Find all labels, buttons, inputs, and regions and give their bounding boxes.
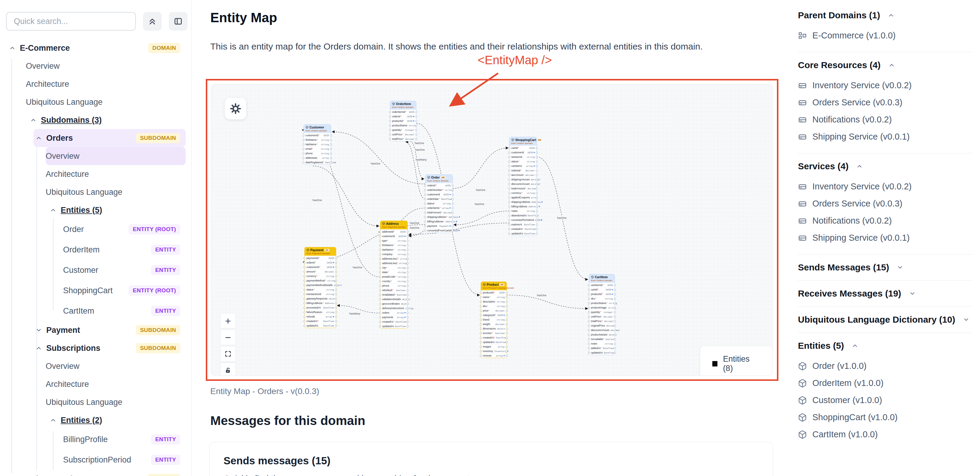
- chevron-up-icon[interactable]: [33, 345, 44, 351]
- toggle-sidebar-button[interactable]: [169, 12, 188, 31]
- entity-field-cartid[interactable]: cartId*UUID: [509, 146, 536, 150]
- entity-field-cartid[interactable]: cartId*UUID: [589, 287, 615, 292]
- entity-field-sku[interactable]: sku*string: [481, 304, 506, 308]
- entity-field-orders[interactable]: ordersarray: [380, 310, 407, 315]
- chevron-down-icon[interactable]: [963, 316, 969, 323]
- entity-field-payment[interactable]: paymentPayment: [425, 224, 452, 228]
- panel-item-shipping-service-v0-0-1-[interactable]: Shipping Service (v0.0.1): [798, 229, 972, 246]
- panel-item-notifications-v0-0-2-[interactable]: Notifications (v0.0.2): [798, 111, 972, 128]
- entity-field-isdefault[interactable]: isDefault*boolean: [380, 288, 407, 292]
- lock-toggle-button[interactable]: [220, 363, 236, 376]
- entity-field-cartitems[interactable]: cartItemsarray: [509, 163, 536, 168]
- entity-field-status[interactable]: status*string: [509, 159, 536, 163]
- chevron-down-icon[interactable]: [909, 290, 916, 297]
- entity-field-inventory[interactable]: inventoryInventory: [481, 349, 506, 353]
- entity-field-firstname[interactable]: firstName*string: [304, 138, 331, 142]
- entity-field-discountamount[interactable]: discountAmountdecimal: [509, 182, 536, 186]
- entity-field-description[interactable]: descriptionstring: [481, 299, 506, 304]
- entity-field-createdat[interactable]: createdAt*DateTime: [509, 227, 536, 231]
- entity-field-brand[interactable]: brandstring: [481, 317, 506, 322]
- sidebar-item-subscriptionperiod[interactable]: SubscriptionPeriodENTITY: [63, 450, 186, 470]
- entity-field-gatewayresponse[interactable]: gatewayResponseobject: [305, 296, 336, 301]
- entity-field-convertedfromcartid[interactable]: convertedFromCartIdUUID: [425, 228, 452, 233]
- entity-field-customerid[interactable]: customerIdUUID: [380, 234, 407, 238]
- panel-section-header-parent-domains-1-[interactable]: Parent Domains (1): [798, 10, 972, 21]
- sidebar-item-customer[interactable]: CustomerENTITY: [63, 260, 186, 280]
- entity-node-product[interactable]: ProductARfrom Product Catalog domainprod…: [481, 281, 507, 358]
- entity-field-status[interactable]: status*string: [425, 201, 452, 206]
- entity-field-billingaddress[interactable]: billingAddress*Address: [305, 301, 336, 305]
- entity-field-currency[interactable]: currency*string: [509, 190, 536, 195]
- entity-field-orderitems[interactable]: orderItems*array: [425, 206, 452, 210]
- sidebar-item-overview[interactable]: Overview: [26, 57, 186, 75]
- sidebar-item-product-catalog[interactable]: Product CatalogDOMAIN: [7, 470, 186, 476]
- sidebar-item-orders[interactable]: OrdersSUBDOMAIN: [33, 129, 186, 147]
- entity-field-shippingaddress[interactable]: shippingAddressAddress: [509, 200, 536, 204]
- map-settings-button[interactable]: [225, 98, 247, 119]
- panel-item-shipping-service-v0-0-1-[interactable]: Shipping Service (v0.0.1): [798, 128, 972, 145]
- search-input[interactable]: [6, 12, 136, 31]
- entity-field-unitprice[interactable]: unitPrice*decimal: [390, 132, 416, 136]
- entity-field-paymentmethod[interactable]: paymentMethod*string: [305, 278, 336, 283]
- entity-field-company[interactable]: companystring: [380, 252, 407, 256]
- panel-section-header-entities-5-[interactable]: Entities (5): [798, 341, 972, 351]
- entity-field-addressline1[interactable]: addressLine1*string: [380, 256, 407, 261]
- entity-map-canvas[interactable]: + − Entities (8) Customerfrom Orders dom…: [211, 84, 773, 376]
- chevron-down-icon[interactable]: [33, 327, 44, 333]
- collapse-all-button[interactable]: [143, 12, 162, 31]
- chevron-up-icon[interactable]: [48, 417, 58, 424]
- entity-field-isavailable[interactable]: isAvailable*boolean: [589, 337, 615, 341]
- entity-field-orderid[interactable]: orderId*UUID: [305, 260, 336, 265]
- entity-node-customer[interactable]: Customerfrom Orders domaincustomerId*UUI…: [304, 124, 331, 165]
- entity-field-dateregistered[interactable]: dateRegistered*DateTime: [304, 160, 331, 165]
- entity-field-updatedat[interactable]: updatedAtDateTime: [380, 324, 407, 328]
- entity-node-order[interactable]: OrderARfrom Orders domainorderId*UUIDord…: [425, 175, 453, 233]
- entity-field-productid[interactable]: productId*UUID: [481, 290, 506, 295]
- sidebar-item-architecture[interactable]: Architecture: [46, 165, 186, 183]
- entity-field-validationdetails[interactable]: validationDetailsobject: [380, 297, 407, 301]
- panel-section-header-services-4-[interactable]: Services (4): [798, 161, 972, 171]
- entity-field-lastname[interactable]: lastName*string: [304, 142, 331, 146]
- entity-field-cartitemid[interactable]: cartItemId*UUID: [589, 283, 615, 287]
- chevron-up-icon[interactable]: [33, 135, 44, 141]
- entity-field-addressline2[interactable]: addressLine2string: [380, 261, 407, 265]
- entity-field-abandonedat[interactable]: abandonedAtDateTime: [509, 213, 536, 217]
- entity-field-orderid[interactable]: orderId*UUID: [425, 183, 452, 187]
- entity-field-totalamount[interactable]: totalAmount*decimal: [509, 186, 536, 190]
- entity-field-deliveryinstructions[interactable]: deliveryInstructionsstring: [380, 306, 407, 310]
- sidebar-item-subscriptions[interactable]: SubscriptionsSUBDOMAIN: [33, 339, 186, 357]
- entity-field-quantity[interactable]: quantity*integer: [589, 310, 615, 314]
- entity-field-customerid[interactable]: customerIdUUID: [425, 192, 452, 197]
- entity-field-weight[interactable]: weightdecimal: [481, 322, 506, 326]
- panel-item-notifications-v0-0-2-[interactable]: Notifications (v0.0.2): [798, 212, 972, 229]
- entity-field-paymentmethoddetails[interactable]: paymentMethodDetailsobject: [305, 283, 336, 287]
- entity-field-currency[interactable]: currency*string: [305, 274, 336, 278]
- entity-field-taxamount[interactable]: taxAmountdecimal: [509, 173, 536, 177]
- panel-item-orders-service-v0-0-3-[interactable]: Orders Service (v0.0.3): [798, 94, 972, 111]
- entity-field-lastname[interactable]: lastName*string: [380, 247, 407, 252]
- entity-field-addedat[interactable]: addedAt*DateTime: [589, 346, 615, 350]
- entity-field-orderdate[interactable]: orderDate*DateTime: [425, 197, 452, 201]
- entity-field-shippingamount[interactable]: shippingAmountdecimal: [509, 177, 536, 182]
- entity-field-orderid[interactable]: orderId*UUID: [390, 114, 416, 119]
- panel-section-header-receives-messages-19-[interactable]: Receives Messages (19): [798, 289, 972, 298]
- entity-field-billingaddress[interactable]: billingAddress*Address: [425, 219, 452, 224]
- entity-field-updatedat[interactable]: updatedAtDateTime: [481, 340, 506, 344]
- fit-view-button[interactable]: [220, 346, 236, 362]
- panel-item-inventory-service-v0-0-2-[interactable]: Inventory Service (v0.0.2): [798, 77, 972, 94]
- entity-field-reviews[interactable]: reviewsarray: [481, 353, 506, 358]
- sidebar-item-overview[interactable]: Overview: [46, 147, 186, 165]
- entity-field-billingaddress[interactable]: billingAddressAddress: [509, 204, 536, 209]
- panel-item-cartitem-v1-0-0-[interactable]: CartItem (v1.0.0): [798, 426, 972, 443]
- panel-item-customer-v1-0-0-[interactable]: Customer (v1.0.0): [798, 392, 972, 409]
- entity-field-phone[interactable]: phonestring: [304, 151, 331, 155]
- entity-field-transactionid[interactable]: transactionIdstring: [305, 292, 336, 296]
- sidebar-item-order[interactable]: OrderENTITY (ROOT): [63, 219, 186, 240]
- entity-field-paymentid[interactable]: paymentId*UUID: [305, 256, 336, 260]
- entity-node-address[interactable]: Addressfrom Payment domainaddressId*UUID…: [380, 221, 408, 328]
- entity-field-isactive[interactable]: isActive*boolean: [481, 331, 506, 335]
- sidebar-item-entities-5-[interactable]: Entities (5): [48, 201, 186, 219]
- entity-field-postalcode[interactable]: postalCode*string: [380, 274, 407, 279]
- entity-field-updatedat[interactable]: updatedAtDateTime: [589, 350, 615, 355]
- entity-field-appliedcoupons[interactable]: appliedCouponsarray: [509, 195, 536, 200]
